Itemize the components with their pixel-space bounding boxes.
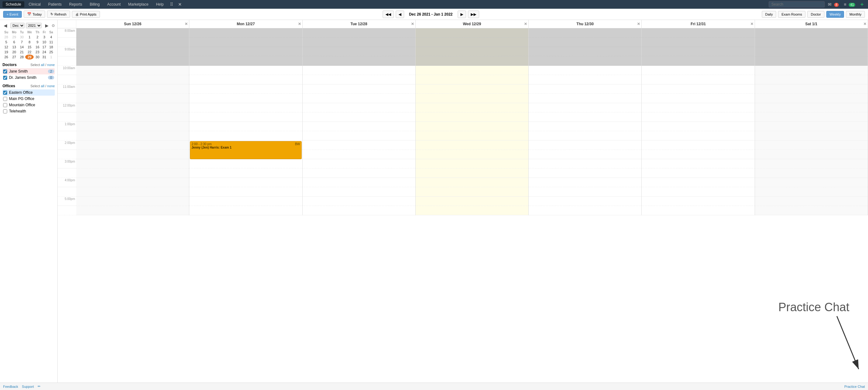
time-row-cell[interactable]	[755, 122, 868, 131]
time-row-cell[interactable]	[76, 66, 189, 75]
day-col-fri[interactable]	[642, 28, 755, 215]
mini-cal-day[interactable]: 31	[41, 55, 48, 60]
time-row-cell[interactable]	[303, 113, 415, 122]
doctors-select-all[interactable]: all	[41, 63, 44, 67]
edit-icon[interactable]: ✏	[38, 384, 40, 388]
office-item-mainpg[interactable]: Main PG Office	[2, 96, 55, 102]
mini-cal-day[interactable]: 22	[25, 50, 34, 55]
time-row-cell[interactable]	[76, 169, 189, 178]
time-row-cell[interactable]	[755, 178, 868, 187]
time-row-cell[interactable]	[529, 141, 641, 150]
time-row-cell[interactable]	[415, 94, 528, 103]
mini-cal-day[interactable]: 23	[34, 50, 41, 55]
time-row-cell[interactable]	[189, 103, 302, 113]
today-icon[interactable]: ⊙	[52, 23, 55, 28]
nav-marketplace[interactable]: Marketplace	[125, 1, 152, 7]
plus-icon[interactable]: +	[858, 1, 866, 8]
day-col-thu[interactable]	[529, 28, 642, 215]
time-row-cell[interactable]	[76, 159, 189, 169]
time-row-cell[interactable]	[76, 103, 189, 113]
time-row-cell[interactable]	[415, 113, 528, 122]
time-row-cell[interactable]	[415, 150, 528, 159]
nav-account[interactable]: Account	[104, 1, 124, 7]
month-select[interactable]: Dec	[10, 23, 25, 28]
time-row-cell[interactable]	[415, 197, 528, 206]
time-row-cell[interactable]	[529, 75, 641, 84]
close-wed-icon[interactable]: ✕	[524, 22, 527, 26]
practice-chat-footer[interactable]: Practice Chat	[844, 385, 865, 388]
time-row-cell[interactable]	[529, 197, 641, 206]
time-row-cell[interactable]	[529, 159, 641, 169]
add-event-button[interactable]: + Event	[3, 11, 22, 18]
time-row-cell[interactable]	[189, 75, 302, 84]
mini-cal-day[interactable]: 26	[2, 55, 10, 60]
next-month-button[interactable]: ▶	[44, 23, 50, 29]
nav-schedule[interactable]: Schedule	[2, 1, 24, 7]
time-row-cell[interactable]	[642, 150, 754, 159]
time-row-cell[interactable]	[415, 178, 528, 187]
offices-select-all[interactable]: all	[41, 84, 44, 88]
nav-billing[interactable]: Billing	[87, 1, 103, 7]
time-row-cell[interactable]	[303, 131, 415, 141]
time-row-cell[interactable]	[642, 169, 754, 178]
time-row-cell[interactable]	[189, 113, 302, 122]
time-row-cell[interactable]	[189, 187, 302, 197]
view-daily-button[interactable]: Daily	[762, 11, 776, 18]
time-row-cell[interactable]	[76, 122, 189, 131]
time-row-cell[interactable]	[642, 113, 754, 122]
day-col-mon[interactable]: 2:00 - 2:30 pm BW Jenny (Jen) Harris: Ex…	[189, 28, 302, 215]
mini-cal-day[interactable]: 15	[25, 44, 34, 50]
mini-cal-day[interactable]: 11	[48, 39, 55, 44]
office-item-mountain[interactable]: Mountain Office	[2, 102, 55, 108]
view-examrooms-button[interactable]: Exam Rooms	[778, 11, 805, 18]
time-row-cell[interactable]	[755, 169, 868, 178]
time-row-cell[interactable]	[189, 94, 302, 103]
time-row-cell[interactable]	[76, 206, 189, 215]
time-row-cell[interactable]	[189, 197, 302, 206]
mini-cal-day[interactable]: 6	[10, 39, 19, 44]
mini-cal-day[interactable]: 27	[10, 55, 19, 60]
time-row-cell[interactable]	[189, 159, 302, 169]
office-mountain-checkbox[interactable]	[3, 103, 7, 107]
appointment-block[interactable]: 2:00 - 2:30 pm BW Jenny (Jen) Harris: Ex…	[190, 141, 301, 159]
view-weekly-button[interactable]: Weekly	[826, 11, 844, 18]
time-row-cell[interactable]	[415, 159, 528, 169]
time-row-cell[interactable]	[755, 197, 868, 206]
time-row-cell[interactable]	[415, 187, 528, 197]
time-row-cell[interactable]	[642, 141, 754, 150]
time-row-cell[interactable]	[529, 178, 641, 187]
close-thu-icon[interactable]: ✕	[637, 22, 640, 26]
mini-cal-day[interactable]: 20	[10, 50, 19, 55]
time-row-cell[interactable]	[529, 122, 641, 131]
mail-icon[interactable]: ✉ 8	[826, 1, 841, 7]
office-eastern-checkbox[interactable]	[3, 91, 7, 95]
time-row-cell[interactable]	[76, 150, 189, 159]
office-item-eastern[interactable]: Eastern Office	[2, 89, 55, 96]
time-row-cell[interactable]	[189, 178, 302, 187]
doctor-item-jane[interactable]: Jane Smith 2	[2, 68, 55, 74]
time-row-cell[interactable]	[189, 131, 302, 141]
mini-cal-day[interactable]: 30	[19, 35, 25, 39]
time-row-cell[interactable]	[529, 84, 641, 94]
mini-cal-day[interactable]: 13	[10, 44, 19, 50]
time-row-cell[interactable]	[755, 66, 868, 75]
time-row-cell[interactable]	[303, 159, 415, 169]
time-row-cell[interactable]	[755, 113, 868, 122]
offices-select-none[interactable]: none	[47, 84, 55, 88]
time-row-cell[interactable]	[529, 66, 641, 75]
time-row-cell[interactable]	[642, 187, 754, 197]
search-input[interactable]	[769, 1, 825, 7]
time-row-cell[interactable]	[642, 94, 754, 103]
mini-cal-day[interactable]: 24	[41, 50, 48, 55]
time-row-cell[interactable]	[415, 75, 528, 84]
menu-icon[interactable]: ≡ 41	[842, 1, 857, 7]
time-row-cell[interactable]	[642, 206, 754, 215]
office-mainpg-checkbox[interactable]	[3, 97, 7, 101]
time-row-cell[interactable]	[529, 206, 641, 215]
mini-cal-day[interactable]: 19	[2, 50, 10, 55]
time-row-cell[interactable]	[303, 197, 415, 206]
prev-month-button[interactable]: ◀	[2, 23, 8, 29]
prev-prev-week-button[interactable]: ◀◀	[383, 10, 394, 18]
time-row-cell[interactable]	[755, 75, 868, 84]
time-row-cell[interactable]	[303, 103, 415, 113]
